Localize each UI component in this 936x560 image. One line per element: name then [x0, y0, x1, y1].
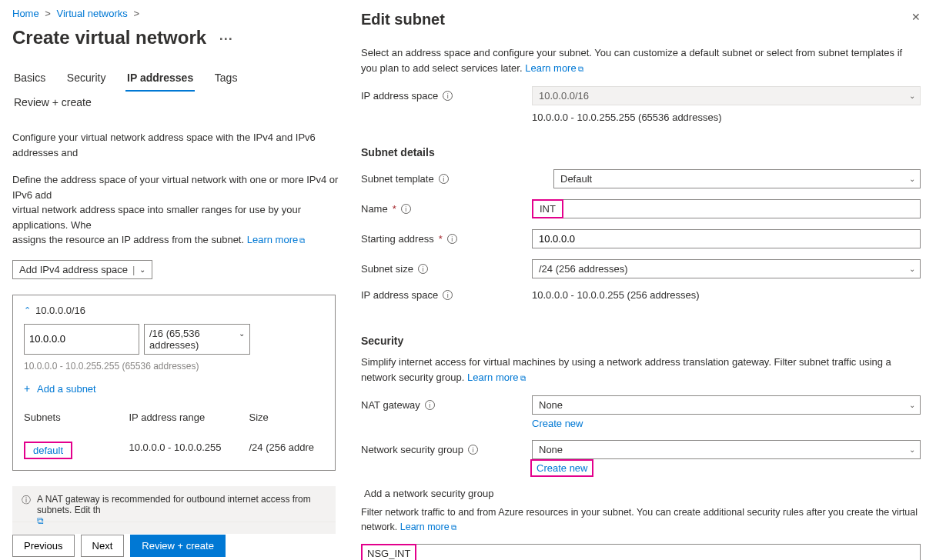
external-link-icon: ⧉	[451, 523, 456, 532]
info-icon[interactable]: i	[418, 264, 428, 274]
subnet-size-select[interactable]: /24 (256 addresses) ⌄	[532, 259, 921, 278]
size-label: Subnet size	[361, 263, 413, 275]
cell-size: /24 (256 addre	[249, 442, 325, 459]
chevron-down-icon: ⌄	[139, 265, 145, 274]
info-icon[interactable]: i	[443, 91, 453, 101]
tab-ip-addresses[interactable]: IP addresses	[125, 67, 195, 92]
panel-description: Select an address space and configure yo…	[361, 45, 921, 75]
chevron-down-icon: ⌄	[239, 329, 245, 338]
tab-review[interactable]: Review + create	[12, 92, 93, 115]
learn-more-link[interactable]: Learn more⧉	[467, 372, 525, 383]
chevron-right-icon: >	[133, 8, 139, 19]
cell-subnet-name: default	[24, 442, 129, 459]
row-subnet-template: Subnet template i Default ⌄	[361, 169, 921, 188]
nsg-name-input[interactable]: NSG_INT	[361, 544, 416, 561]
breadcrumb: Home > Virtual networks >	[12, 8, 350, 19]
chevron-down-icon: ⌄	[909, 175, 915, 183]
desc-line-3: virtual network address space into small…	[12, 202, 350, 232]
edit-subnet-panel: ✕ Edit subnet Select an address space an…	[350, 0, 936, 560]
table-header: Subnets IP address range Size	[24, 412, 324, 423]
info-icon[interactable]: i	[425, 400, 435, 410]
template-select[interactable]: Default ⌄	[553, 169, 921, 188]
plus-icon: +	[24, 382, 30, 395]
cell-range: 10.0.0.0 - 10.0.0.255	[129, 442, 249, 459]
close-icon[interactable]: ✕	[911, 11, 921, 23]
ip-space2-value: 10.0.0.0 - 10.0.0.255 (256 addresses)	[532, 289, 921, 301]
ip-input[interactable]	[24, 324, 139, 355]
nsg-create-new-link[interactable]: Create new	[532, 461, 592, 475]
required-indicator: *	[439, 233, 443, 245]
left-pane: Home > Virtual networks > Create virtual…	[0, 0, 350, 560]
info-icon[interactable]: i	[447, 234, 457, 244]
external-link-icon: ⧉	[578, 65, 583, 73]
learn-more-link[interactable]: Learn more⧉	[400, 522, 456, 532]
add-nsg-description: Filter network traffic to and from Azure…	[361, 505, 921, 535]
template-label: Subnet template	[361, 173, 434, 185]
chevron-down-icon: ⌄	[909, 445, 915, 454]
subnet-table: Subnets IP address range Size default 10…	[24, 412, 324, 470]
th-size: Size	[249, 412, 325, 423]
section-subnet-details: Subnet details	[361, 146, 921, 158]
previous-button[interactable]: Previous	[12, 535, 75, 557]
tab-tags[interactable]: Tags	[213, 67, 239, 90]
panel-title: Edit subnet	[361, 11, 921, 28]
page-title-text: Create virtual network	[12, 27, 206, 48]
external-link-icon: ⧉	[299, 236, 305, 245]
nat-label: NAT gateway	[361, 399, 420, 411]
tabs: Basics Security IP addresses Tags Review…	[12, 67, 350, 115]
row-nsg: Network security group i None ⌄	[361, 440, 921, 459]
chevron-right-icon: >	[45, 8, 51, 19]
next-button[interactable]: Next	[81, 535, 125, 557]
size-select[interactable]: /16 (65,536 addresses) ⌄	[144, 324, 250, 355]
desc-line-2: Define the address space of your virtual…	[12, 172, 350, 202]
start-label: Starting address	[361, 233, 434, 245]
subnet-size-value: /24 (256 addresses)	[539, 263, 628, 275]
ip-space2-label: IP address space	[361, 289, 438, 301]
add-subnet-link[interactable]: + Add a subnet	[24, 382, 324, 395]
name-input[interactable]: INT	[532, 199, 563, 218]
template-value: Default	[560, 173, 592, 185]
table-row: default 10.0.0.0 - 10.0.0.255 /24 (256 a…	[24, 442, 324, 470]
info-icon[interactable]: i	[443, 290, 453, 300]
security-description: Simplify internet access for virtual mac…	[361, 355, 921, 385]
row-starting-address: Starting address * i	[361, 229, 921, 248]
breadcrumb-vnets[interactable]: Virtual networks	[57, 8, 128, 19]
chevron-down-icon: ⌄	[909, 265, 915, 273]
nsg-select[interactable]: None ⌄	[532, 440, 921, 459]
subnet-default-link[interactable]: default	[24, 442, 72, 459]
more-icon[interactable]: ···	[219, 32, 233, 47]
nat-gateway-value: None	[539, 399, 563, 411]
ip-space-label: IP address space	[361, 90, 438, 102]
address-space-box: ⌃ 10.0.0.0/16 /16 (65,536 addresses) ⌄ 1…	[12, 295, 336, 471]
info-icon: ⓘ	[22, 494, 31, 507]
size-select-value: /16 (65,536 addresses)	[149, 328, 200, 351]
nat-gateway-select[interactable]: None ⌄	[532, 395, 921, 415]
address-range-note: 10.0.0.0 - 10.0.255.255 (65536 addresses…	[24, 361, 324, 372]
ip-space-select[interactable]: 10.0.0.0/16 ⌄	[532, 86, 921, 105]
add-ipv4-label: Add IPv4 address space	[19, 264, 128, 275]
desc-line-4: assigns the resource an IP address from …	[12, 232, 350, 248]
learn-more-link[interactable]: Learn more⧉	[247, 234, 305, 245]
add-nsg-section: Add a network security group Filter netw…	[361, 488, 921, 560]
info-icon[interactable]: i	[468, 445, 478, 455]
chevron-up-icon: ⌃	[24, 305, 31, 315]
address-header[interactable]: ⌃ 10.0.0.0/16	[24, 305, 324, 316]
tab-security[interactable]: Security	[65, 67, 108, 90]
nat-create-new-link[interactable]: Create new	[532, 418, 583, 429]
info-icon[interactable]: i	[439, 174, 449, 184]
breadcrumb-home[interactable]: Home	[12, 8, 39, 19]
footer-buttons: Previous Next Review + create	[12, 522, 336, 560]
th-range: IP address range	[129, 412, 249, 423]
row-nat-gateway: NAT gateway i None ⌄	[361, 395, 921, 415]
row-ip-address-space: IP address space i 10.0.0.0/16 ⌄	[361, 86, 921, 105]
tab-basics[interactable]: Basics	[12, 67, 47, 90]
description: Configure your virtual network address s…	[12, 130, 350, 248]
info-icon[interactable]: i	[401, 204, 411, 214]
add-ipv4-dropdown[interactable]: Add IPv4 address space | ⌄	[12, 260, 152, 279]
learn-more-link[interactable]: Learn more⧉	[525, 62, 583, 74]
ip-space-range-text: 10.0.0.0 - 10.0.255.255 (65536 addresses…	[532, 112, 921, 123]
row-subnet-size: Subnet size i /24 (256 addresses) ⌄	[361, 259, 921, 278]
review-create-button[interactable]: Review + create	[130, 535, 226, 557]
name-label: Name	[361, 203, 388, 215]
starting-address-input[interactable]	[532, 229, 921, 248]
